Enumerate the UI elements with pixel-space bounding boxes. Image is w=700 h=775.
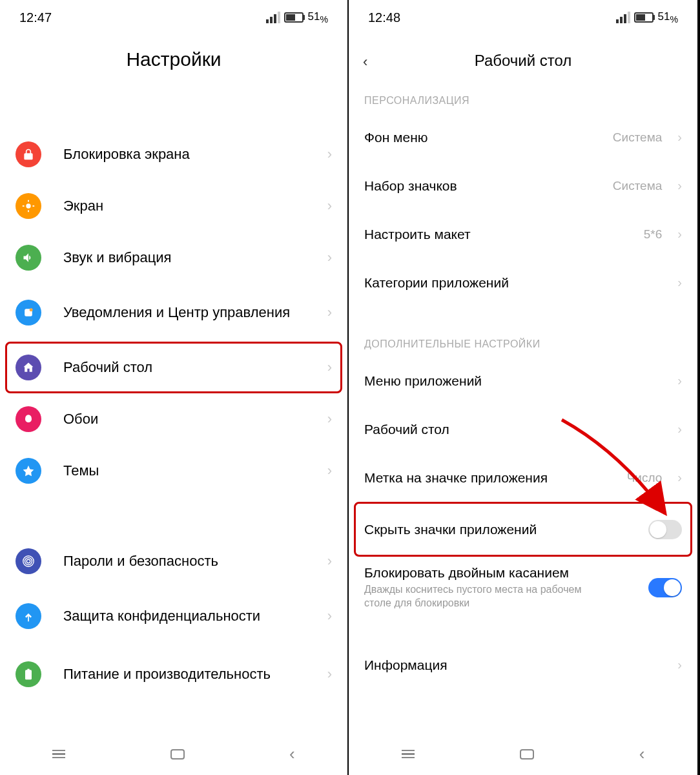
nav-bar: ‹ (0, 733, 347, 775)
nav-menu-icon[interactable] (52, 750, 65, 759)
chevron-right-icon: › (327, 553, 332, 570)
row-info[interactable]: Информация › (349, 641, 697, 689)
chevron-right-icon: › (677, 422, 682, 437)
row-app-categories[interactable]: Категории приложений › (349, 258, 697, 307)
row-icon-set[interactable]: Набор значков Система › (349, 161, 697, 210)
section-personalization: ПЕРСОНАЛИЗАЦИЯ (349, 86, 697, 113)
svg-point-0 (26, 203, 30, 208)
signal-icon (616, 12, 630, 23)
hand-icon (15, 603, 41, 629)
chevron-right-icon: › (677, 470, 682, 485)
speaker-icon (15, 245, 41, 271)
settings-row-battery[interactable]: Питание и производительность › (0, 645, 347, 703)
nav-home-icon[interactable] (520, 749, 534, 760)
row-app-badge[interactable]: Метка на значке приложения Число › (349, 453, 697, 502)
row-hide-icons[interactable]: Скрыть значки приложений (349, 502, 697, 557)
signal-icon (266, 12, 280, 23)
chevron-right-icon: › (677, 373, 682, 388)
settings-screen: 12:47 51% Настройки Блокировка экрана › … (0, 0, 349, 775)
status-time: 12:47 (19, 10, 52, 25)
nav-back-icon[interactable]: ‹ (639, 744, 645, 764)
row-double-tap-lock[interactable]: Блокировать двойным касанием Дважды косн… (349, 557, 697, 618)
theme-icon (15, 458, 41, 484)
chevron-right-icon: › (677, 178, 682, 193)
home-icon (15, 355, 41, 380)
battery-icon (284, 12, 304, 23)
row-menu-background[interactable]: Фон меню Система › (349, 113, 697, 161)
status-time: 12:48 (368, 10, 400, 25)
chevron-right-icon: › (327, 304, 332, 321)
desktop-settings-screen: 12:48 51% ‹ Рабочий стол ПЕРСОНАЛИЗАЦИЯ … (349, 0, 697, 775)
nav-bar: ‹ (349, 733, 697, 775)
settings-row-notifications[interactable]: Уведомления и Центр управления › (0, 284, 347, 342)
chevron-right-icon: › (677, 657, 682, 672)
battery-icon (634, 12, 654, 23)
svg-rect-10 (25, 670, 32, 679)
page-title: Настройки (0, 36, 347, 90)
double-tap-lock-toggle[interactable] (648, 578, 682, 597)
svg-rect-11 (27, 669, 29, 671)
row-app-menu[interactable]: Меню приложений › (349, 356, 697, 405)
wallpaper-icon (15, 406, 41, 432)
settings-row-wallpaper[interactable]: Обои › (0, 393, 347, 445)
chevron-right-icon: › (327, 146, 332, 163)
settings-row-lock-screen[interactable]: Блокировка экрана › (0, 129, 347, 180)
status-bar: 12:48 51% (349, 0, 697, 36)
chevron-right-icon: › (677, 275, 682, 290)
nav-home-icon[interactable] (170, 749, 185, 760)
chevron-right-icon: › (327, 666, 332, 683)
settings-list: Блокировка экрана › Экран › Звук и вибра… (0, 129, 347, 703)
fingerprint-icon (15, 548, 41, 574)
svg-point-8 (25, 558, 32, 565)
sun-icon (15, 193, 41, 219)
row-desktop[interactable]: Рабочий стол › (349, 405, 697, 453)
nav-menu-icon[interactable] (402, 750, 415, 759)
hide-icons-toggle[interactable] (648, 520, 682, 539)
chevron-right-icon: › (327, 249, 332, 266)
nav-back-icon[interactable]: ‹ (289, 744, 295, 764)
status-bar: 12:47 51% (0, 0, 347, 36)
chevron-right-icon: › (327, 462, 332, 479)
chevron-right-icon: › (677, 227, 682, 242)
chevron-right-icon: › (677, 130, 682, 145)
lock-icon (15, 141, 41, 167)
battery-row-icon (15, 661, 41, 687)
settings-row-themes[interactable]: Темы › (0, 445, 347, 497)
settings-row-desktop[interactable]: Рабочий стол › (0, 342, 347, 393)
svg-point-6 (30, 308, 33, 311)
settings-row-privacy[interactable]: Защита конфиденциальности › (0, 587, 347, 645)
back-button[interactable]: ‹ (363, 54, 367, 70)
chevron-right-icon: › (327, 608, 332, 625)
svg-point-7 (26, 559, 30, 563)
settings-row-display[interactable]: Экран › (0, 180, 347, 232)
settings-row-passwords[interactable]: Пароли и безопасность › (0, 535, 347, 587)
row-layout[interactable]: Настроить макет 5*6 › (349, 210, 697, 258)
section-additional: ДОПОЛНИТЕЛЬНЫЕ НАСТРОЙКИ (349, 329, 697, 356)
status-icons: 51% (616, 10, 678, 25)
status-icons: 51% (266, 10, 328, 25)
chevron-right-icon: › (327, 411, 332, 428)
settings-row-sound[interactable]: Звук и вибрация › (0, 232, 347, 284)
notification-icon (15, 300, 41, 326)
chevron-right-icon: › (327, 359, 332, 376)
chevron-right-icon: › (327, 198, 332, 214)
page-title: ‹ Рабочий стол (349, 36, 697, 86)
